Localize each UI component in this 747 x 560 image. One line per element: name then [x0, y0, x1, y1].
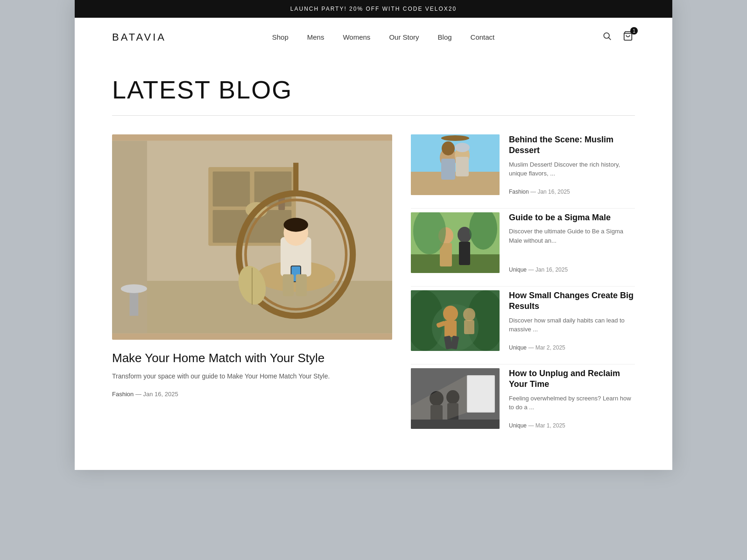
sidebar-post-2-image [411, 212, 500, 273]
page-wrapper: LAUNCH PARTY! 20% OFF WITH CODE VELOX20 … [75, 0, 672, 470]
sidebar-post-1-title: Behind the Scene: Muslim Dessert [509, 134, 635, 156]
sidebar-post-2-date: Jan 16, 2025 [536, 266, 568, 273]
sidebar-posts: Behind the Scene: Muslim Dessert Muslim … [411, 134, 635, 442]
sidebar-post-3-date: Mar 2, 2025 [536, 344, 565, 351]
nav-mens[interactable]: Mens [307, 33, 324, 41]
svg-rect-7 [213, 171, 250, 206]
svg-rect-44 [459, 242, 470, 265]
blog-grid: Make Your Home Match with Your Style Tra… [112, 134, 635, 442]
sidebar-post-1-meta: Fashion — Jan 16, 2025 [509, 189, 635, 195]
sidebar-post-1-image [411, 134, 500, 195]
cart-count: 1 [630, 27, 638, 35]
sidebar-post-4-image [411, 368, 500, 429]
sidebar-post-1-date: Jan 16, 2025 [537, 189, 570, 195]
sidebar-post-2-content: Guide to be a Sigma Male Discover the ul… [509, 212, 635, 273]
svg-point-51 [443, 306, 458, 322]
divider [112, 115, 635, 116]
svg-line-1 [609, 38, 611, 40]
search-icon [602, 31, 612, 41]
sidebar-post-1-category: Fashion [509, 189, 529, 195]
sidebar-post-3-category: Unique [509, 344, 527, 351]
svg-point-56 [463, 308, 475, 321]
sidebar-post-3[interactable]: How Small Changes Create Big Results Dis… [411, 290, 635, 364]
sidebar-post-3-excerpt: Discover how small daily habits can lead… [509, 316, 635, 339]
svg-rect-52 [444, 321, 457, 337]
svg-rect-32 [441, 159, 455, 180]
header-icons: 1 [600, 29, 635, 45]
cart-button[interactable]: 1 [621, 29, 635, 45]
announcement-text: LAUNCH PARTY! 20% OFF WITH CODE VELOX20 [290, 6, 457, 12]
svg-point-18 [284, 218, 309, 232]
sidebar-post-4-meta: Unique — Mar 1, 2025 [509, 422, 635, 429]
sidebar-post-1-content: Behind the Scene: Muslim Dessert Muslim … [509, 134, 635, 195]
sidebar-post-2-title: Guide to be a Sigma Male [509, 212, 635, 223]
featured-image-svg [112, 134, 392, 340]
featured-post-date: Jan 16, 2025 [143, 391, 178, 398]
sidebar-post-2-category: Unique [509, 266, 527, 273]
featured-post-title[interactable]: Make Your Home Match with Your Style [112, 351, 392, 365]
svg-rect-35 [456, 157, 469, 176]
featured-post-image [112, 134, 392, 340]
featured-post-meta-separator: — [135, 391, 143, 398]
nav-shop[interactable]: Shop [272, 33, 289, 41]
svg-rect-40 [411, 254, 500, 273]
logo[interactable]: BATAVIA [112, 31, 166, 43]
sidebar-post-3-meta: Unique — Mar 2, 2025 [509, 344, 635, 351]
featured-post-category: Fashion [112, 391, 134, 398]
nav-contact[interactable]: Contact [471, 33, 495, 41]
svg-point-25 [121, 284, 147, 293]
main-content: LATEST BLOG [75, 56, 672, 470]
svg-rect-22 [296, 274, 307, 296]
sidebar-post-4-excerpt: Feeling overwhelmed by screens? Learn ho… [509, 394, 635, 417]
featured-post-info: Make Your Home Match with Your Style Tra… [112, 351, 392, 398]
sidebar-post-4-image-inner [411, 368, 500, 429]
sidebar-post-4-category: Unique [509, 422, 527, 429]
sidebar-post-3-content: How Small Changes Create Big Results Dis… [509, 290, 635, 351]
svg-rect-24 [130, 290, 139, 316]
svg-rect-21 [283, 274, 294, 296]
announcement-bar: LAUNCH PARTY! 20% OFF WITH CODE VELOX20 [75, 0, 672, 18]
sidebar-post-2[interactable]: Guide to be a Sigma Male Discover the ul… [411, 212, 635, 287]
sidebar-post-4-content: How to Unplug and Reclaim Your Time Feel… [509, 368, 635, 429]
nav-our-story[interactable]: Our Story [389, 33, 419, 41]
featured-post-excerpt: Transform your space with our guide to M… [112, 371, 392, 381]
featured-post[interactable]: Make Your Home Match with Your Style Tra… [112, 134, 392, 442]
svg-rect-57 [464, 320, 474, 334]
sidebar-post-1-excerpt: Muslim Dessert! Discover the rich histor… [509, 160, 635, 183]
svg-point-0 [604, 33, 609, 38]
svg-point-31 [442, 141, 455, 155]
svg-point-34 [455, 143, 470, 152]
sidebar-post-3-title: How Small Changes Create Big Results [509, 290, 635, 312]
sidebar-post-2-excerpt: Discover the ultimate Guide to Be a Sigm… [509, 227, 635, 261]
sidebar-post-4-date: Mar 1, 2025 [536, 422, 565, 429]
sidebar-post-1-image-inner [411, 134, 500, 195]
search-button[interactable] [600, 29, 613, 45]
sidebar-post-4-title: How to Unplug and Reclaim Your Time [509, 368, 635, 390]
sidebar-post-1[interactable]: Behind the Scene: Muslim Dessert Muslim … [411, 134, 635, 209]
svg-rect-60 [468, 376, 494, 412]
main-nav: Shop Mens Womens Our Story Blog Contact [272, 33, 495, 42]
svg-rect-66 [411, 420, 500, 429]
sidebar-post-4[interactable]: How to Unplug and Reclaim Your Time Feel… [411, 368, 635, 442]
sidebar-post-3-image-inner [411, 290, 500, 351]
sidebar-post-2-image-inner [411, 212, 500, 273]
nav-womens[interactable]: Womens [343, 33, 370, 41]
page-title: LATEST BLOG [112, 75, 635, 104]
nav-blog[interactable]: Blog [438, 33, 452, 41]
sidebar-post-2-meta: Unique — Jan 16, 2025 [509, 266, 635, 273]
featured-post-meta: Fashion — Jan 16, 2025 [112, 391, 392, 398]
header: BATAVIA Shop Mens Womens Our Story Blog … [75, 18, 672, 56]
sidebar-post-3-image [411, 290, 500, 351]
